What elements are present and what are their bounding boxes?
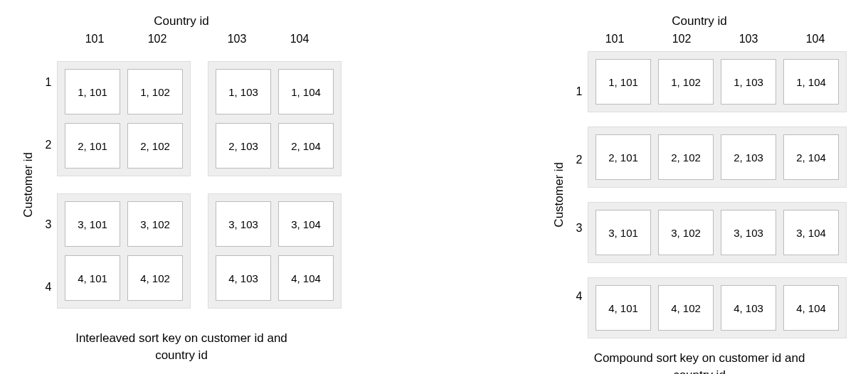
data-cell: 1, 103 [216, 69, 271, 114]
col-header: 103 [717, 33, 780, 46]
interleaved-block: 1, 103 1, 104 2, 103 2, 104 [208, 61, 342, 176]
row-header: 2 [571, 137, 588, 183]
data-cell: 3, 101 [65, 201, 120, 247]
row-header: 2 [40, 122, 57, 168]
top-axis-title: Country id [672, 14, 726, 28]
data-cell: 2, 104 [278, 123, 334, 169]
compound-strip: 4, 101 4, 102 4, 103 4, 104 [588, 277, 847, 338]
data-cell: 2, 101 [596, 134, 651, 180]
data-cell: 4, 101 [65, 255, 120, 301]
data-cell: 2, 104 [783, 134, 839, 180]
data-cell: 1, 101 [596, 59, 651, 105]
col-header: 103 [206, 33, 268, 46]
interleaved-block: 1, 101 1, 102 2, 101 2, 102 [57, 61, 191, 176]
row-headers-right: 1 2 3 4 [571, 62, 588, 328]
data-cell: 3, 103 [721, 210, 776, 255]
row-header: 3 [40, 202, 57, 247]
data-cell: 2, 102 [127, 123, 183, 169]
row-header: 4 [40, 265, 57, 310]
compound-strip: 3, 101 3, 102 3, 103 3, 104 [588, 202, 847, 263]
row-header: 1 [40, 60, 57, 105]
data-cell: 4, 104 [278, 255, 334, 301]
data-cell: 4, 103 [721, 285, 776, 331]
data-cell: 3, 104 [783, 210, 839, 255]
col-header: 101 [583, 33, 646, 46]
interleaved-panel: Country id 101 102 103 104 Customer id 1… [21, 14, 342, 374]
data-cell: 3, 102 [127, 201, 183, 247]
data-cell: 1, 102 [127, 69, 183, 114]
caption-line: country id [155, 348, 208, 362]
interleaved-block: 3, 101 3, 102 4, 101 4, 102 [57, 193, 191, 309]
data-cell: 2, 101 [65, 123, 120, 169]
data-cell: 4, 101 [596, 285, 651, 331]
interleaved-grid: 1, 101 1, 102 2, 101 2, 102 1, 103 1, 10… [57, 61, 342, 309]
row-header: 3 [571, 205, 588, 251]
col-header: 101 [63, 33, 126, 46]
data-cell: 4, 103 [216, 255, 271, 301]
data-cell: 3, 104 [278, 201, 334, 247]
compound-strip: 1, 101 1, 102 1, 103 1, 104 [588, 51, 847, 112]
data-cell: 2, 103 [216, 123, 271, 169]
caption-line: country id [673, 368, 726, 374]
data-cell: 1, 103 [721, 59, 776, 105]
col-header: 104 [268, 33, 331, 46]
compound-panel: Country id 101 102 103 104 Customer id 1… [552, 14, 847, 374]
compound-caption: Compound sort key on customer id and cou… [594, 350, 805, 374]
col-headers-right: 101 102 103 104 [583, 33, 847, 46]
data-cell: 1, 101 [65, 69, 120, 114]
data-cell: 4, 104 [783, 285, 839, 331]
col-header: 104 [784, 33, 847, 46]
interleaved-block: 3, 103 3, 104 4, 103 4, 104 [208, 193, 342, 309]
interleaved-body: Customer id 1 2 3 4 1, 101 1, 102 2, 101… [21, 51, 342, 319]
compound-grid: 1, 101 1, 102 1, 103 1, 104 2, 101 2, 10… [588, 51, 847, 338]
data-cell: 3, 103 [216, 201, 271, 247]
data-cell: 1, 102 [658, 59, 714, 105]
data-cell: 1, 104 [278, 69, 334, 114]
row-headers-left: 1 2 3 4 [40, 51, 57, 319]
col-headers-left: 101 102 103 104 [63, 33, 331, 46]
data-cell: 4, 102 [658, 285, 714, 331]
data-cell: 1, 104 [783, 59, 839, 105]
row-header: 4 [571, 274, 588, 319]
top-axis-title: Country id [154, 14, 208, 28]
col-header: 102 [650, 33, 713, 46]
col-gap [189, 33, 206, 46]
side-axis-title: Customer id [552, 162, 566, 228]
caption-line: Interleaved sort key on customer id and [75, 331, 287, 345]
compound-body: Customer id 1 2 3 4 1, 101 1, 102 1, 103… [552, 51, 847, 338]
data-cell: 4, 102 [127, 255, 183, 301]
side-axis-title: Customer id [21, 152, 36, 218]
data-cell: 2, 103 [721, 134, 776, 180]
diagram-page: Country id 101 102 103 104 Customer id 1… [0, 0, 868, 374]
data-cell: 3, 102 [658, 210, 714, 255]
caption-line: Compound sort key on customer id and [594, 351, 805, 365]
data-cell: 2, 102 [658, 134, 714, 180]
compound-strip: 2, 101 2, 102 2, 103 2, 104 [588, 127, 847, 188]
interleaved-caption: Interleaved sort key on customer id and … [75, 330, 287, 364]
col-header: 102 [126, 33, 189, 46]
data-cell: 3, 101 [596, 210, 651, 255]
row-header: 1 [571, 69, 588, 114]
